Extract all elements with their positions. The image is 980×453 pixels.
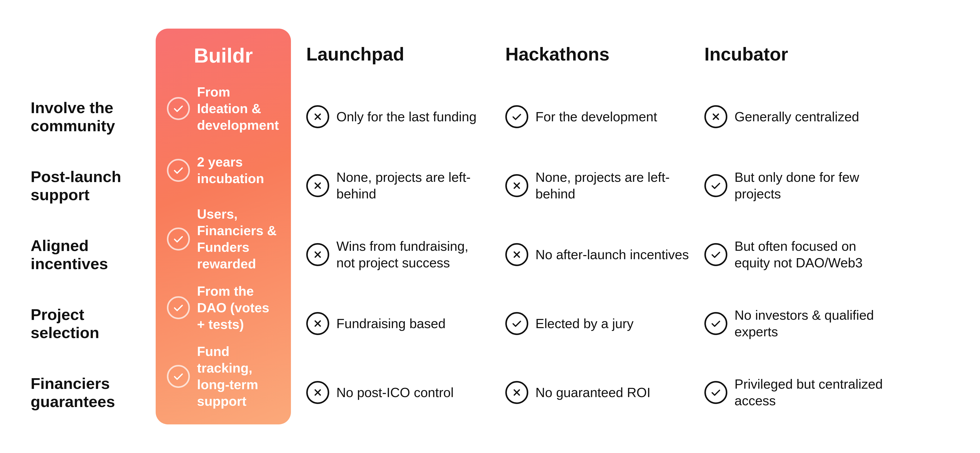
hackathons-cross-icon-1 (505, 174, 528, 197)
buildr-header: Buildr (161, 39, 286, 78)
launchpad-cell-1: None, projects are left-behind (304, 151, 493, 220)
incubator-cell-4: Privileged but centralized access (702, 358, 891, 427)
buildr-check-icon-4 (167, 365, 190, 388)
incubator-check-icon-2 (704, 243, 727, 266)
hackathons-cross-icon-2 (505, 243, 528, 266)
hackathons-check-icon-0 (505, 105, 528, 128)
buildr-cell-4: Fund tracking, long-term support (161, 338, 286, 414)
hackathons-cross-icon-4 (505, 381, 528, 404)
buildr-column: Buildr From Ideation & development 2 (156, 29, 291, 424)
incubator-check-icon-1 (704, 174, 727, 197)
hackathons-cell-4: No guaranteed ROI (503, 358, 692, 427)
launchpad-cross-icon-0 (306, 105, 329, 128)
hackathons-cell-2: No after-launch incentives (503, 220, 692, 289)
row-labels-header (28, 26, 151, 82)
hackathons-check-icon-3 (505, 312, 528, 335)
incubator-cell-0: Generally centralized (702, 82, 891, 151)
buildr-check-icon-1 (167, 159, 190, 182)
row-labels-column: Involve the community Post-launch suppor… (28, 26, 151, 427)
comparison-table: Involve the community Post-launch suppor… (18, 11, 962, 442)
buildr-cell-1: 2 years incubation (161, 139, 286, 201)
buildr-check-icon-0 (167, 97, 190, 120)
row-label-project: Project selection (28, 289, 151, 358)
launchpad-cross-icon-4 (306, 381, 329, 404)
buildr-cell-2: Users, Financiers & Funders rewarded (161, 201, 286, 277)
row-label-postlaunch: Post-launch support (28, 151, 151, 220)
hackathons-cell-0: For the development (503, 82, 692, 151)
incubator-header: Incubator (702, 26, 891, 82)
launchpad-cell-3: Fundraising based (304, 289, 493, 358)
launchpad-column: Launchpad Only for the last funding None… (299, 26, 498, 427)
row-label-financiers: Financiers guarantees (28, 358, 151, 427)
buildr-cell-3: From the DAO (votes + tests) (161, 277, 286, 338)
hackathons-header: Hackathons (503, 26, 692, 82)
incubator-check-icon-4 (704, 381, 727, 404)
buildr-cell-0: From Ideation & development (161, 78, 286, 139)
incubator-check-icon-3 (704, 312, 727, 335)
launchpad-cross-icon-3 (306, 312, 329, 335)
incubator-cell-3: No investors & qualified experts (702, 289, 891, 358)
buildr-check-icon-3 (167, 296, 190, 319)
hackathons-column: Hackathons For the development None, pro… (498, 26, 697, 427)
row-label-aligned: Aligned incentives (28, 220, 151, 289)
launchpad-cell-0: Only for the last funding (304, 82, 493, 151)
hackathons-cell-1: None, projects are left-behind (503, 151, 692, 220)
incubator-column: Incubator Generally centralized But only… (697, 26, 896, 427)
row-label-involve: Involve the community (28, 82, 151, 151)
incubator-cross-icon-0 (704, 105, 727, 128)
hackathons-cell-3: Elected by a jury (503, 289, 692, 358)
launchpad-cross-icon-1 (306, 174, 329, 197)
incubator-cell-1: But only done for few projects (702, 151, 891, 220)
launchpad-cell-4: No post-ICO control (304, 358, 493, 427)
launchpad-cell-2: Wins from fundraising, not project succe… (304, 220, 493, 289)
launchpad-header: Launchpad (304, 26, 493, 82)
launchpad-cross-icon-2 (306, 243, 329, 266)
table-grid: Involve the community Post-launch suppor… (28, 26, 952, 427)
buildr-check-icon-2 (167, 228, 190, 250)
incubator-cell-2: But often focused on equity not DAO/Web3 (702, 220, 891, 289)
